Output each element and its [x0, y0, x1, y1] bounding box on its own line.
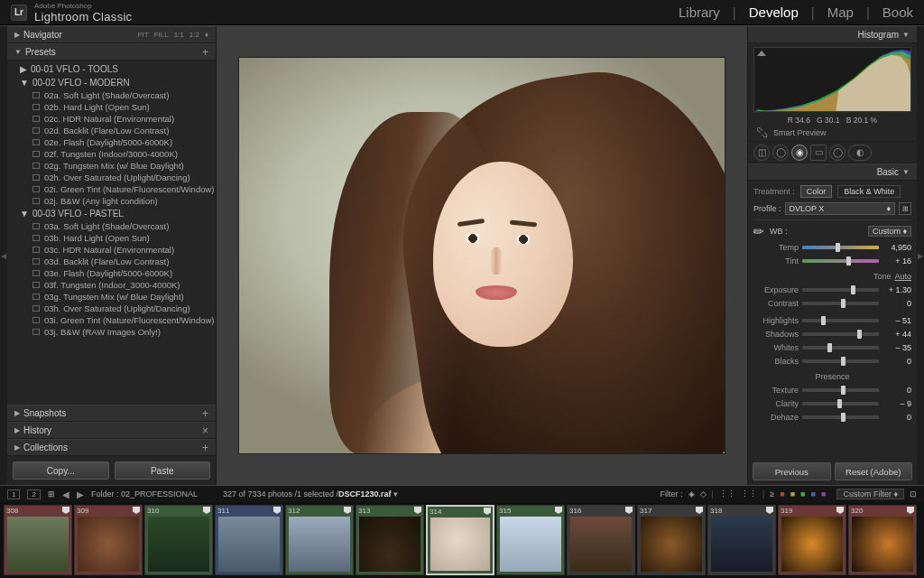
label-yellow-icon[interactable]: ■: [790, 489, 795, 499]
filmstrip-thumb[interactable]: 319: [778, 505, 846, 575]
navigator-header[interactable]: ▶ Navigator FIT FILL 1:1 1:2 ♦: [7, 26, 216, 43]
prev-photo-icon[interactable]: ◀: [62, 489, 69, 499]
slider-thumb[interactable]: [837, 399, 842, 408]
slider-thumb[interactable]: [836, 243, 840, 252]
preset-group[interactable]: ▼00-03 VFLO - PASTEL: [7, 207, 216, 220]
profile-browser-icon[interactable]: ⊞: [899, 202, 911, 215]
flag-icon[interactable]: [555, 507, 562, 514]
filmstrip-thumb[interactable]: 310: [144, 505, 213, 575]
slider-thumb[interactable]: [846, 256, 851, 266]
preset-item[interactable]: 03c. HDR Natural (Environmental): [7, 244, 216, 256]
slider-thumb[interactable]: [841, 413, 845, 422]
flag-icon[interactable]: [62, 507, 69, 514]
filmstrip-thumb[interactable]: 317: [637, 505, 706, 575]
slider-value[interactable]: 0: [882, 413, 911, 422]
rating-filter-icon[interactable]: ⋮⋮: [719, 489, 735, 499]
preset-item[interactable]: 03a. Soft Light (Shade/Overcast): [7, 220, 216, 232]
histogram-header[interactable]: Histogram ▼: [748, 26, 917, 43]
zoom-menu-icon[interactable]: ♦: [205, 31, 208, 39]
previous-button[interactable]: Previous: [753, 462, 831, 480]
blacks-slider[interactable]: Blacks0: [753, 354, 911, 368]
grid-icon[interactable]: ⊞: [48, 489, 55, 499]
preset-item[interactable]: 03j. B&W (RAW Images Only!): [7, 326, 216, 338]
slider-value[interactable]: – 51: [882, 316, 911, 325]
dehaze-slider[interactable]: Dehaze0: [753, 410, 911, 424]
preset-item[interactable]: 02i. Green Tint (Nature/Fluorescent/Wind…: [7, 183, 216, 195]
history-header[interactable]: ▶ History ×: [7, 422, 216, 439]
snapshots-header[interactable]: ▶ Snapshots +: [7, 405, 216, 422]
flag-icon[interactable]: [766, 507, 773, 514]
preset-group[interactable]: ▶00-01 VFLO - TOOLS: [7, 62, 216, 76]
profile-select[interactable]: DVLOP X♦: [785, 202, 895, 215]
flag-icon[interactable]: [203, 507, 210, 514]
flag-filter-icon[interactable]: ◈: [688, 489, 695, 499]
slider-track[interactable]: [802, 259, 879, 263]
reset-button[interactable]: Reset (Adobe): [835, 462, 913, 480]
slider-track[interactable]: [802, 359, 879, 363]
filter-gte-icon[interactable]: ≥: [770, 489, 774, 499]
histogram-display[interactable]: [753, 47, 911, 112]
wb-select[interactable]: Custom ♦: [868, 226, 911, 237]
slider-track[interactable]: [802, 402, 879, 406]
flag-icon[interactable]: [133, 507, 140, 514]
temp-slider[interactable]: Temp4,950: [753, 240, 911, 254]
module-book[interactable]: Book: [882, 5, 913, 20]
slider-track[interactable]: [802, 346, 879, 350]
preset-item[interactable]: 02j. B&W (Any light condition): [7, 195, 216, 207]
preset-item[interactable]: 02c. HDR Natural (Environmental): [7, 113, 216, 125]
preset-item[interactable]: 03d. Backlit (Flare/Low Contrast): [7, 256, 216, 267]
flag-icon[interactable]: [484, 508, 491, 515]
preset-item[interactable]: 02g. Tungsten Mix (w/ Blue Daylight): [7, 160, 216, 172]
preset-group[interactable]: ▼00-02 VFLO - MODERN: [7, 76, 216, 89]
slider-track[interactable]: [802, 302, 879, 305]
slider-value[interactable]: + 44: [882, 330, 911, 339]
gradient-tool-icon[interactable]: ▭: [810, 144, 827, 161]
right-edge-collapse[interactable]: ▶: [917, 26, 924, 485]
whites-slider[interactable]: Whites– 35: [753, 340, 911, 354]
preset-item[interactable]: 03g. Tungsten Mix (w/ Blue Daylight): [7, 291, 216, 303]
filter-lock-icon[interactable]: ⊡: [910, 489, 917, 499]
preset-item[interactable]: 03h. Over Saturated (Uplight/Dancing): [7, 303, 216, 314]
exposure-slider[interactable]: Exposure+ 1.30: [753, 283, 911, 296]
radial-tool-icon[interactable]: ◯: [829, 144, 845, 161]
custom-filter-select[interactable]: Custom Filter ♦: [836, 489, 904, 499]
filmstrip-thumb[interactable]: 311: [215, 505, 283, 575]
zoom-fill[interactable]: FILL: [154, 31, 169, 39]
slider-value[interactable]: + 1.30: [882, 285, 911, 294]
slider-thumb[interactable]: [851, 285, 855, 294]
add-collection-icon[interactable]: +: [202, 442, 208, 454]
label-green-icon[interactable]: ■: [800, 489, 805, 499]
flag-icon[interactable]: [836, 507, 844, 514]
treatment-color[interactable]: Color: [800, 185, 833, 198]
preset-item[interactable]: 03b. Hard Light (Open Sun): [7, 232, 216, 244]
filmstrip-thumb[interactable]: 309: [74, 505, 143, 575]
zoom-fit[interactable]: FIT: [138, 31, 149, 39]
eyedropper-icon[interactable]: ✎: [750, 222, 768, 240]
slider-thumb[interactable]: [841, 386, 845, 395]
treatment-bw[interactable]: Black & White: [837, 185, 901, 198]
filmstrip-thumb[interactable]: 313: [356, 505, 424, 575]
slider-track[interactable]: [802, 388, 879, 392]
label-purple-icon[interactable]: ■: [821, 489, 826, 499]
view-mode-2[interactable]: 2: [27, 489, 40, 499]
slider-value[interactable]: 0: [882, 386, 911, 395]
module-library[interactable]: Library: [679, 5, 720, 20]
next-photo-icon[interactable]: ▶: [77, 489, 84, 499]
slider-track[interactable]: [802, 332, 879, 336]
flag-icon[interactable]: [414, 507, 421, 514]
preset-item[interactable]: 02f. Tungsten (Indoor/3000-4000K): [7, 148, 216, 160]
slider-thumb[interactable]: [841, 357, 845, 366]
add-preset-icon[interactable]: +: [202, 46, 208, 59]
label-red-icon[interactable]: ■: [780, 489, 784, 499]
rating-filter-2-icon[interactable]: ⋮⋮: [741, 489, 757, 499]
zoom-1-2[interactable]: 1:2: [189, 31, 199, 39]
filmstrip-thumb[interactable]: 308: [4, 505, 72, 575]
highlights-slider[interactable]: Highlights– 51: [753, 313, 911, 327]
filmstrip-thumb[interactable]: 320: [848, 505, 917, 575]
preset-item[interactable]: 02h. Over Saturated (Uplight/Dancing): [7, 172, 216, 183]
slider-track[interactable]: [802, 415, 879, 419]
flag-icon[interactable]: [625, 507, 633, 514]
slider-value[interactable]: + 16: [882, 256, 911, 266]
shadows-slider[interactable]: Shadows+ 44: [753, 327, 911, 340]
filmstrip-thumb[interactable]: 318: [707, 505, 776, 575]
